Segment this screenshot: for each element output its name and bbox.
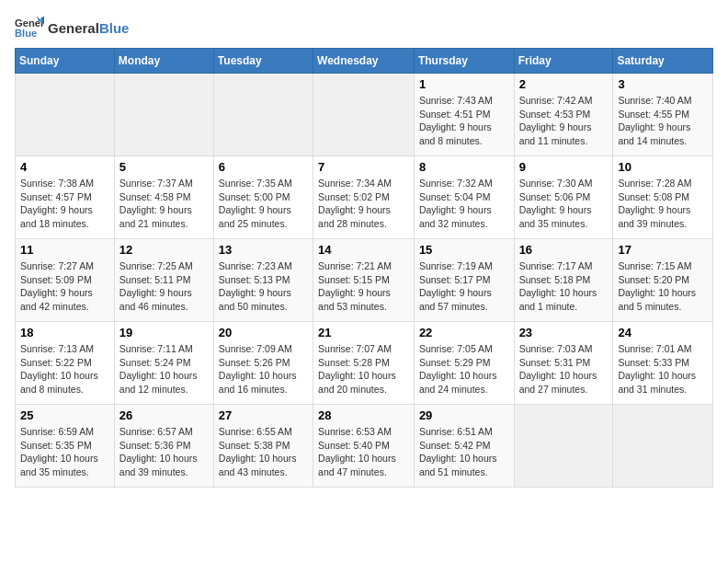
- day-info: Sunrise: 7:32 AM Sunset: 5:04 PM Dayligh…: [419, 177, 509, 231]
- day-info: Sunrise: 7:40 AM Sunset: 4:55 PM Dayligh…: [618, 94, 708, 148]
- calendar-cell: 28Sunrise: 6:53 AM Sunset: 5:40 PM Dayli…: [313, 405, 415, 488]
- calendar-cell: [114, 74, 213, 156]
- day-info: Sunrise: 7:23 AM Sunset: 5:13 PM Dayligh…: [219, 259, 308, 314]
- day-number: 1: [419, 77, 509, 91]
- calendar-cell: 22Sunrise: 7:05 AM Sunset: 5:29 PM Dayli…: [414, 322, 514, 405]
- calendar-cell: 13Sunrise: 7:23 AM Sunset: 5:13 PM Dayli…: [213, 239, 313, 322]
- day-info: Sunrise: 7:15 AM Sunset: 5:20 PM Dayligh…: [618, 259, 708, 314]
- day-info: Sunrise: 7:07 AM Sunset: 5:28 PM Dayligh…: [318, 342, 409, 396]
- day-info: Sunrise: 7:05 AM Sunset: 5:29 PM Dayligh…: [419, 342, 509, 396]
- day-number: 29: [419, 408, 509, 422]
- day-number: 28: [318, 408, 409, 422]
- day-info: Sunrise: 7:43 AM Sunset: 4:51 PM Dayligh…: [419, 94, 509, 148]
- calendar-cell: [613, 405, 713, 488]
- day-number: 20: [219, 326, 308, 339]
- day-info: Sunrise: 6:57 AM Sunset: 5:36 PM Dayligh…: [119, 425, 209, 479]
- day-info: Sunrise: 6:59 AM Sunset: 5:35 PM Dayligh…: [20, 425, 109, 479]
- day-info: Sunrise: 6:51 AM Sunset: 5:42 PM Dayligh…: [419, 425, 509, 479]
- day-number: 4: [20, 160, 109, 174]
- day-header-monday: Monday: [114, 49, 213, 74]
- calendar-cell: [313, 74, 415, 156]
- calendar-cell: 21Sunrise: 7:07 AM Sunset: 5:28 PM Dayli…: [313, 322, 415, 405]
- day-number: 19: [119, 326, 209, 339]
- day-header-saturday: Saturday: [613, 49, 713, 74]
- day-header-tuesday: Tuesday: [213, 49, 313, 74]
- day-info: Sunrise: 7:28 AM Sunset: 5:08 PM Dayligh…: [618, 177, 708, 231]
- calendar-table: SundayMondayTuesdayWednesdayThursdayFrid…: [15, 48, 713, 488]
- calendar-cell: 11Sunrise: 7:27 AM Sunset: 5:09 PM Dayli…: [16, 239, 115, 322]
- calendar-cell: 5Sunrise: 7:37 AM Sunset: 4:58 PM Daylig…: [114, 156, 213, 239]
- calendar-cell: 2Sunrise: 7:42 AM Sunset: 4:53 PM Daylig…: [514, 74, 613, 156]
- day-number: 23: [519, 326, 609, 339]
- day-info: Sunrise: 7:11 AM Sunset: 5:24 PM Dayligh…: [119, 342, 209, 396]
- calendar-cell: 10Sunrise: 7:28 AM Sunset: 5:08 PM Dayli…: [613, 156, 713, 239]
- day-info: Sunrise: 7:25 AM Sunset: 5:11 PM Dayligh…: [119, 259, 209, 314]
- day-info: Sunrise: 7:09 AM Sunset: 5:26 PM Dayligh…: [219, 342, 308, 396]
- day-number: 10: [618, 160, 708, 174]
- calendar-cell: [16, 74, 115, 156]
- calendar-cell: 27Sunrise: 6:55 AM Sunset: 5:38 PM Dayli…: [213, 405, 313, 488]
- calendar-cell: 8Sunrise: 7:32 AM Sunset: 5:04 PM Daylig…: [414, 156, 514, 239]
- svg-text:General: General: [15, 17, 44, 29]
- day-info: Sunrise: 7:13 AM Sunset: 5:22 PM Dayligh…: [20, 342, 109, 396]
- day-info: Sunrise: 7:19 AM Sunset: 5:17 PM Dayligh…: [419, 259, 509, 314]
- day-number: 17: [618, 243, 708, 257]
- calendar-cell: 18Sunrise: 7:13 AM Sunset: 5:22 PM Dayli…: [16, 322, 115, 405]
- day-info: Sunrise: 7:37 AM Sunset: 4:58 PM Dayligh…: [119, 177, 209, 231]
- calendar-cell: [213, 74, 313, 156]
- day-number: 2: [519, 77, 609, 91]
- calendar-cell: 9Sunrise: 7:30 AM Sunset: 5:06 PM Daylig…: [514, 156, 613, 239]
- page-header: General Blue GeneralBlue: [15, 15, 713, 40]
- day-number: 8: [419, 160, 509, 174]
- week-row-5: 25Sunrise: 6:59 AM Sunset: 5:35 PM Dayli…: [16, 405, 713, 488]
- calendar-cell: 15Sunrise: 7:19 AM Sunset: 5:17 PM Dayli…: [414, 239, 514, 322]
- day-info: Sunrise: 7:27 AM Sunset: 5:09 PM Dayligh…: [20, 259, 109, 314]
- calendar-cell: 6Sunrise: 7:35 AM Sunset: 5:00 PM Daylig…: [213, 156, 313, 239]
- day-number: 5: [119, 160, 209, 174]
- day-number: 16: [519, 243, 609, 257]
- day-number: 25: [20, 408, 109, 422]
- day-number: 14: [318, 243, 409, 257]
- week-row-2: 4Sunrise: 7:38 AM Sunset: 4:57 PM Daylig…: [16, 156, 713, 239]
- day-number: 26: [119, 408, 209, 422]
- day-number: 12: [119, 243, 209, 257]
- day-number: 6: [219, 160, 308, 174]
- day-number: 9: [519, 160, 609, 174]
- logo-icon: General Blue: [15, 15, 44, 40]
- day-number: 3: [618, 77, 708, 91]
- calendar-cell: 19Sunrise: 7:11 AM Sunset: 5:24 PM Dayli…: [114, 322, 213, 405]
- day-number: 27: [219, 408, 308, 422]
- day-header-wednesday: Wednesday: [313, 49, 415, 74]
- day-number: 21: [318, 326, 409, 339]
- calendar-cell: 3Sunrise: 7:40 AM Sunset: 4:55 PM Daylig…: [613, 74, 713, 156]
- day-info: Sunrise: 7:01 AM Sunset: 5:33 PM Dayligh…: [618, 342, 708, 396]
- day-info: Sunrise: 7:38 AM Sunset: 4:57 PM Dayligh…: [20, 177, 109, 231]
- calendar-cell: 26Sunrise: 6:57 AM Sunset: 5:36 PM Dayli…: [114, 405, 213, 488]
- day-header-friday: Friday: [514, 49, 613, 74]
- week-row-3: 11Sunrise: 7:27 AM Sunset: 5:09 PM Dayli…: [16, 239, 713, 322]
- day-number: 13: [219, 243, 308, 257]
- day-number: 7: [318, 160, 409, 174]
- calendar-cell: 12Sunrise: 7:25 AM Sunset: 5:11 PM Dayli…: [114, 239, 213, 322]
- day-info: Sunrise: 6:53 AM Sunset: 5:40 PM Dayligh…: [318, 425, 409, 479]
- day-info: Sunrise: 7:17 AM Sunset: 5:18 PM Dayligh…: [519, 259, 609, 314]
- day-info: Sunrise: 7:35 AM Sunset: 5:00 PM Dayligh…: [219, 177, 308, 231]
- day-info: Sunrise: 7:30 AM Sunset: 5:06 PM Dayligh…: [519, 177, 609, 231]
- calendar-cell: 14Sunrise: 7:21 AM Sunset: 5:15 PM Dayli…: [313, 239, 415, 322]
- day-header-sunday: Sunday: [16, 49, 115, 74]
- calendar-cell: 24Sunrise: 7:01 AM Sunset: 5:33 PM Dayli…: [613, 322, 713, 405]
- day-number: 11: [20, 243, 109, 257]
- week-row-4: 18Sunrise: 7:13 AM Sunset: 5:22 PM Dayli…: [16, 322, 713, 405]
- day-info: Sunrise: 7:21 AM Sunset: 5:15 PM Dayligh…: [318, 259, 409, 314]
- calendar-cell: 17Sunrise: 7:15 AM Sunset: 5:20 PM Dayli…: [613, 239, 713, 322]
- calendar-cell: 20Sunrise: 7:09 AM Sunset: 5:26 PM Dayli…: [213, 322, 313, 405]
- day-number: 15: [419, 243, 509, 257]
- day-info: Sunrise: 7:34 AM Sunset: 5:02 PM Dayligh…: [318, 177, 409, 231]
- day-header-thursday: Thursday: [414, 49, 514, 74]
- day-info: Sunrise: 7:03 AM Sunset: 5:31 PM Dayligh…: [519, 342, 609, 396]
- calendar-cell: 23Sunrise: 7:03 AM Sunset: 5:31 PM Dayli…: [514, 322, 613, 405]
- calendar-cell: [514, 405, 613, 488]
- day-number: 22: [419, 326, 509, 339]
- calendar-cell: 25Sunrise: 6:59 AM Sunset: 5:35 PM Dayli…: [16, 405, 115, 488]
- day-number: 18: [20, 326, 109, 339]
